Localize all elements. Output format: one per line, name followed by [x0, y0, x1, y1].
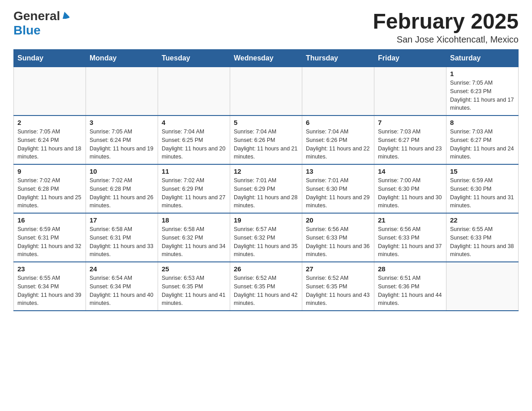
day-number: 16 — [17, 216, 82, 224]
calendar-cell: 10Sunrise: 7:02 AM Sunset: 6:28 PM Dayli… — [86, 164, 158, 213]
day-number: 7 — [378, 119, 442, 126]
calendar-cell: 24Sunrise: 6:54 AM Sunset: 6:34 PM Dayli… — [86, 262, 158, 311]
day-info: Sunrise: 7:02 AM Sunset: 6:29 PM Dayligh… — [162, 176, 226, 210]
calendar-cell: 4Sunrise: 7:04 AM Sunset: 6:25 PM Daylig… — [158, 116, 230, 164]
day-info: Sunrise: 6:58 AM Sunset: 6:31 PM Dayligh… — [90, 225, 154, 259]
day-number: 4 — [162, 119, 226, 126]
day-number: 19 — [234, 216, 298, 224]
day-info: Sunrise: 7:02 AM Sunset: 6:28 PM Dayligh… — [17, 176, 82, 210]
logo-blue-text: Blue — [13, 23, 41, 37]
day-number: 14 — [378, 167, 442, 175]
calendar-cell: 6Sunrise: 7:04 AM Sunset: 6:26 PM Daylig… — [302, 116, 374, 164]
day-info: Sunrise: 6:58 AM Sunset: 6:32 PM Dayligh… — [162, 225, 226, 259]
day-info: Sunrise: 6:52 AM Sunset: 6:35 PM Dayligh… — [234, 274, 298, 308]
calendar-cell: 26Sunrise: 6:52 AM Sunset: 6:35 PM Dayli… — [230, 262, 302, 311]
calendar-week-row: 9Sunrise: 7:02 AM Sunset: 6:28 PM Daylig… — [14, 164, 519, 213]
weekday-header-thursday: Thursday — [302, 50, 374, 67]
calendar-cell — [230, 67, 302, 116]
calendar-cell: 3Sunrise: 7:05 AM Sunset: 6:24 PM Daylig… — [86, 116, 158, 164]
day-number: 18 — [162, 216, 226, 224]
calendar-cell: 28Sunrise: 6:51 AM Sunset: 6:36 PM Dayli… — [374, 262, 446, 311]
day-info: Sunrise: 6:51 AM Sunset: 6:36 PM Dayligh… — [378, 274, 442, 308]
day-number: 17 — [90, 216, 154, 224]
day-info: Sunrise: 7:01 AM Sunset: 6:29 PM Dayligh… — [234, 176, 298, 210]
day-info: Sunrise: 6:55 AM Sunset: 6:34 PM Dayligh… — [17, 274, 82, 308]
calendar-header-row: SundayMondayTuesdayWednesdayThursdayFrid… — [14, 50, 519, 67]
calendar-cell — [158, 67, 230, 116]
calendar-table: SundayMondayTuesdayWednesdayThursdayFrid… — [13, 49, 519, 311]
calendar-cell: 14Sunrise: 7:00 AM Sunset: 6:30 PM Dayli… — [374, 164, 446, 213]
month-title: February 2025 — [373, 9, 519, 34]
calendar-cell: 11Sunrise: 7:02 AM Sunset: 6:29 PM Dayli… — [158, 164, 230, 213]
calendar-cell: 2Sunrise: 7:05 AM Sunset: 6:24 PM Daylig… — [14, 116, 86, 164]
day-info: Sunrise: 7:05 AM Sunset: 6:24 PM Dayligh… — [90, 128, 154, 161]
day-info: Sunrise: 6:55 AM Sunset: 6:33 PM Dayligh… — [450, 225, 515, 259]
day-number: 26 — [234, 265, 298, 273]
day-number: 3 — [90, 119, 154, 126]
calendar-cell — [14, 67, 86, 116]
logo-triangle-icon — [61, 12, 69, 21]
day-number: 15 — [450, 167, 515, 175]
calendar-cell: 1Sunrise: 7:05 AM Sunset: 6:23 PM Daylig… — [446, 67, 519, 116]
day-number: 23 — [17, 265, 82, 273]
weekday-header-sunday: Sunday — [14, 50, 86, 67]
day-number: 27 — [306, 265, 370, 273]
day-info: Sunrise: 7:04 AM Sunset: 6:26 PM Dayligh… — [306, 128, 370, 161]
svg-marker-0 — [61, 12, 69, 19]
day-info: Sunrise: 6:53 AM Sunset: 6:35 PM Dayligh… — [162, 274, 226, 308]
day-info: Sunrise: 6:52 AM Sunset: 6:35 PM Dayligh… — [306, 274, 370, 308]
day-info: Sunrise: 7:04 AM Sunset: 6:25 PM Dayligh… — [162, 128, 226, 161]
calendar-cell — [374, 67, 446, 116]
day-number: 9 — [17, 167, 82, 175]
calendar-cell: 9Sunrise: 7:02 AM Sunset: 6:28 PM Daylig… — [14, 164, 86, 213]
calendar-cell: 12Sunrise: 7:01 AM Sunset: 6:29 PM Dayli… — [230, 164, 302, 213]
day-info: Sunrise: 7:03 AM Sunset: 6:27 PM Dayligh… — [450, 128, 515, 161]
calendar-week-row: 23Sunrise: 6:55 AM Sunset: 6:34 PM Dayli… — [14, 262, 519, 311]
calendar-cell: 15Sunrise: 6:59 AM Sunset: 6:30 PM Dayli… — [446, 164, 519, 213]
day-info: Sunrise: 7:01 AM Sunset: 6:30 PM Dayligh… — [306, 176, 370, 210]
page-header: General Blue February 2025 San Jose Xico… — [13, 9, 519, 45]
day-info: Sunrise: 7:04 AM Sunset: 6:26 PM Dayligh… — [234, 128, 298, 161]
day-number: 2 — [17, 119, 82, 126]
logo: General Blue — [13, 9, 69, 38]
day-number: 6 — [306, 119, 370, 126]
day-number: 11 — [162, 167, 226, 175]
day-info: Sunrise: 7:03 AM Sunset: 6:27 PM Dayligh… — [378, 128, 442, 161]
weekday-header-tuesday: Tuesday — [158, 50, 230, 67]
day-number: 12 — [234, 167, 298, 175]
day-info: Sunrise: 6:59 AM Sunset: 6:31 PM Dayligh… — [17, 225, 82, 259]
day-number: 13 — [306, 167, 370, 175]
day-number: 1 — [450, 70, 515, 77]
day-info: Sunrise: 6:56 AM Sunset: 6:33 PM Dayligh… — [378, 225, 442, 259]
calendar-week-row: 16Sunrise: 6:59 AM Sunset: 6:31 PM Dayli… — [14, 213, 519, 262]
day-info: Sunrise: 7:00 AM Sunset: 6:30 PM Dayligh… — [378, 176, 442, 210]
day-number: 25 — [162, 265, 226, 273]
day-info: Sunrise: 6:59 AM Sunset: 6:30 PM Dayligh… — [450, 176, 515, 210]
weekday-header-saturday: Saturday — [446, 50, 519, 67]
location-title: San Jose Xicohtencatl, Mexico — [373, 34, 519, 45]
day-info: Sunrise: 7:05 AM Sunset: 6:24 PM Dayligh… — [17, 128, 82, 161]
title-section: February 2025 San Jose Xicohtencatl, Mex… — [373, 9, 519, 45]
day-number: 20 — [306, 216, 370, 224]
calendar-cell — [86, 67, 158, 116]
day-info: Sunrise: 6:57 AM Sunset: 6:32 PM Dayligh… — [234, 225, 298, 259]
day-number: 10 — [90, 167, 154, 175]
calendar-cell: 20Sunrise: 6:56 AM Sunset: 6:33 PM Dayli… — [302, 213, 374, 262]
logo-general-text: General — [13, 9, 60, 23]
weekday-header-wednesday: Wednesday — [230, 50, 302, 67]
day-info: Sunrise: 6:54 AM Sunset: 6:34 PM Dayligh… — [90, 274, 154, 308]
calendar-cell: 18Sunrise: 6:58 AM Sunset: 6:32 PM Dayli… — [158, 213, 230, 262]
day-info: Sunrise: 7:05 AM Sunset: 6:23 PM Dayligh… — [450, 79, 515, 112]
weekday-header-monday: Monday — [86, 50, 158, 67]
calendar-cell — [446, 262, 519, 311]
day-number: 8 — [450, 119, 515, 126]
calendar-cell: 21Sunrise: 6:56 AM Sunset: 6:33 PM Dayli… — [374, 213, 446, 262]
calendar-cell: 27Sunrise: 6:52 AM Sunset: 6:35 PM Dayli… — [302, 262, 374, 311]
calendar-week-row: 2Sunrise: 7:05 AM Sunset: 6:24 PM Daylig… — [14, 116, 519, 164]
day-info: Sunrise: 6:56 AM Sunset: 6:33 PM Dayligh… — [306, 225, 370, 259]
calendar-cell: 7Sunrise: 7:03 AM Sunset: 6:27 PM Daylig… — [374, 116, 446, 164]
calendar-cell: 23Sunrise: 6:55 AM Sunset: 6:34 PM Dayli… — [14, 262, 86, 311]
calendar-cell: 22Sunrise: 6:55 AM Sunset: 6:33 PM Dayli… — [446, 213, 519, 262]
calendar-cell: 25Sunrise: 6:53 AM Sunset: 6:35 PM Dayli… — [158, 262, 230, 311]
weekday-header-friday: Friday — [374, 50, 446, 67]
